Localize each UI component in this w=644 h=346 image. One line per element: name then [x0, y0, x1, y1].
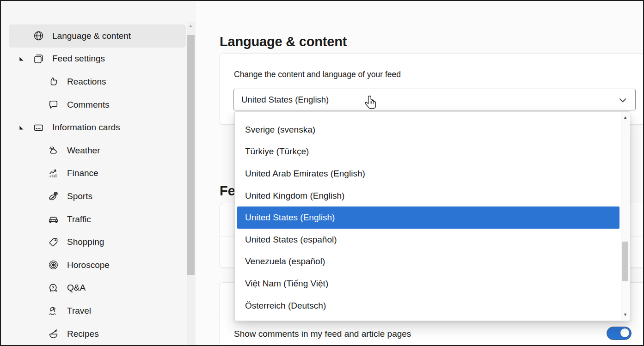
- sidebar-item-label: Q&A: [67, 283, 86, 293]
- page-title: Language & content: [220, 34, 347, 49]
- expand-collapse-icon[interactable]: [18, 124, 25, 131]
- dropdown-scrollbar[interactable]: ▲ ▼: [621, 112, 629, 320]
- dropdown-option[interactable]: Türkiye (Türkçe): [237, 141, 619, 163]
- sidebar-item-label: Weather: [67, 146, 100, 156]
- sidebar-item-recipes[interactable]: Recipes: [9, 322, 186, 346]
- sidebar-item-shopping[interactable]: Shopping: [9, 231, 186, 254]
- expand-collapse-icon[interactable]: [18, 55, 25, 62]
- finance-icon: [48, 168, 59, 179]
- globe-icon: [33, 30, 44, 42]
- sidebar-item-label: Recipes: [67, 329, 99, 339]
- sidebar-item-horoscope[interactable]: Horoscope: [9, 254, 186, 277]
- sidebar-item-language-content[interactable]: Language & content: [9, 24, 186, 48]
- dropdown-option[interactable]: United Arab Emirates (English): [237, 163, 619, 185]
- dropdown-option[interactable]: United States (español): [237, 229, 619, 251]
- settings-sidebar: Language & content Feed settings Reactio…: [1, 1, 196, 345]
- show-comments-toggle[interactable]: [607, 327, 632, 340]
- info-cards-icon: [33, 122, 44, 134]
- language-dropdown: Sverige (svenska) Türkiye (Türkçe) Unite…: [234, 111, 630, 321]
- sidebar-item-label: Shopping: [67, 237, 104, 247]
- sidebar-item-label: Traffic: [67, 214, 91, 225]
- dropdown-option[interactable]: United Kingdom (English): [237, 185, 619, 207]
- recipes-icon: [48, 328, 59, 340]
- sports-icon: [48, 190, 59, 202]
- svg-text:?: ?: [51, 285, 54, 290]
- sidebar-item-label: Horoscope: [67, 260, 110, 270]
- scroll-down-icon[interactable]: ▼: [621, 313, 629, 317]
- sidebar-item-traffic[interactable]: Traffic: [9, 208, 186, 231]
- language-select[interactable]: United States (English): [233, 89, 636, 110]
- dropdown-scrollbar-thumb[interactable]: [622, 242, 628, 281]
- sidebar-item-finance[interactable]: Finance: [9, 162, 186, 185]
- dropdown-option-selected[interactable]: United States (English): [237, 206, 619, 229]
- dropdown-option[interactable]: Sverige (svenska): [237, 119, 619, 141]
- shopping-tag-icon: [48, 237, 59, 248]
- sidebar-item-label: Reactions: [67, 77, 106, 87]
- dropdown-option[interactable]: Venezuela (español): [237, 251, 619, 273]
- travel-icon: [48, 305, 59, 316]
- sidebar-item-comments[interactable]: Comments: [9, 93, 186, 116]
- sidebar-item-sports[interactable]: Sports: [9, 185, 186, 208]
- scroll-up-icon[interactable]: ▲: [621, 115, 629, 120]
- sidebar-item-label: Finance: [67, 168, 98, 178]
- sidebar-item-label: Comments: [67, 100, 110, 110]
- sidebar-item-label: Travel: [67, 306, 91, 316]
- thumbs-up-icon: [48, 76, 59, 87]
- language-select-label: Change the content and language of your …: [234, 70, 401, 79]
- dropdown-option[interactable]: Österreich (Deutsch): [237, 295, 619, 317]
- sidebar-item-information-cards[interactable]: Information cards: [9, 116, 186, 139]
- scroll-up-icon[interactable]: ▲: [187, 24, 195, 28]
- sidebar-item-label: Sports: [67, 191, 92, 201]
- sidebar-item-travel[interactable]: Travel: [9, 299, 186, 322]
- sidebar-scrollbar-thumb[interactable]: [187, 35, 195, 275]
- sidebar-item-label: Feed settings: [52, 54, 105, 64]
- comment-icon: [48, 99, 59, 110]
- dropdown-options-list: Sverige (svenska) Türkiye (Türkçe) Unite…: [237, 119, 619, 316]
- feed-icon: [33, 53, 44, 65]
- sidebar-item-reactions[interactable]: Reactions: [9, 70, 186, 93]
- traffic-icon: [48, 213, 59, 225]
- weather-icon: [48, 145, 59, 156]
- show-comments-label: Show comments in my feed and article pag…: [234, 329, 411, 339]
- dropdown-option[interactable]: Việt Nam (Tiếng Việt): [237, 273, 619, 295]
- horoscope-icon: [48, 259, 59, 271]
- sidebar-item-weather[interactable]: Weather: [9, 139, 186, 162]
- edge-settings-page: Language & content Feed settings Reactio…: [0, 0, 644, 346]
- sidebar-scrollbar[interactable]: ▲: [187, 22, 195, 346]
- sidebar-item-label: Language & content: [52, 31, 131, 41]
- qa-icon: ?: [48, 282, 59, 294]
- chevron-down-icon: [617, 94, 629, 106]
- sidebar-nav-list: Language & content Feed settings Reactio…: [1, 24, 186, 345]
- sidebar-item-feed-settings[interactable]: Feed settings: [9, 48, 186, 71]
- language-select-value: United States (English): [241, 95, 329, 105]
- toggle-knob: [620, 328, 629, 337]
- sidebar-item-label: Information cards: [52, 122, 120, 133]
- sidebar-item-qa[interactable]: ? Q&A: [9, 277, 186, 300]
